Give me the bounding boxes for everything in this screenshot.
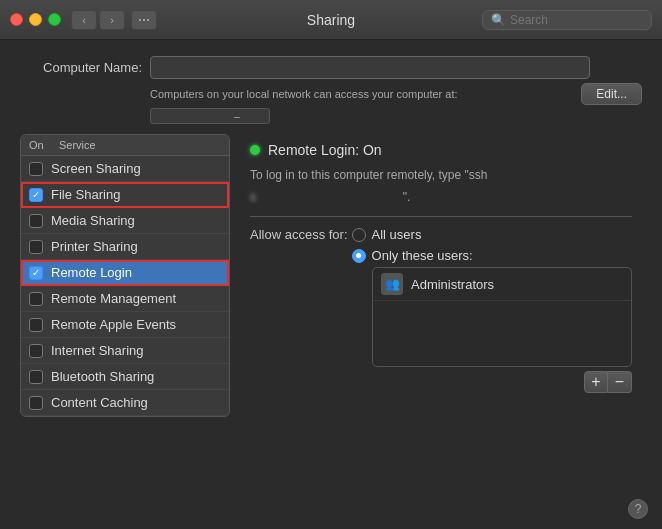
service-name-6: Remote Apple Events	[51, 317, 176, 332]
computer-name-input[interactable]	[150, 56, 590, 79]
service-checkbox-6[interactable]	[29, 318, 43, 332]
service-item-printer-sharing[interactable]: Printer Sharing	[21, 234, 229, 260]
service-panel: On Service Screen Sharing✓File SharingMe…	[20, 134, 230, 417]
radio-only-these-label: Only these users:	[372, 248, 473, 263]
service-item-remote-login[interactable]: ✓Remote Login	[21, 260, 229, 286]
service-item-content-caching[interactable]: Content Caching	[21, 390, 229, 416]
service-name-7: Internet Sharing	[51, 343, 144, 358]
service-name-1: File Sharing	[51, 187, 120, 202]
service-name-4: Remote Login	[51, 265, 132, 280]
local-network-row: Computers on your local network can acce…	[150, 83, 642, 124]
search-box: 🔍	[482, 10, 652, 30]
service-checkbox-4[interactable]: ✓	[29, 266, 43, 280]
service-item-remote-management[interactable]: Remote Management	[21, 286, 229, 312]
users-list: 👥 Administrators	[372, 267, 632, 367]
grid-button[interactable]: ⋯	[131, 10, 157, 30]
service-name-9: Content Caching	[51, 395, 148, 410]
user-group-icon: 👥	[381, 273, 403, 295]
col-service-label: Service	[59, 139, 96, 151]
forward-button[interactable]: ›	[99, 10, 125, 30]
radio-only-these[interactable]: Only these users:	[352, 248, 473, 263]
service-item-screen-sharing[interactable]: Screen Sharing	[21, 156, 229, 182]
computer-name-row: Computer Name:	[20, 56, 642, 79]
col-on-label: On	[29, 139, 59, 151]
help-button[interactable]: ?	[628, 499, 648, 519]
info-text-line2: s ".	[250, 188, 632, 206]
titlebar: ‹ › ⋯ Sharing 🔍	[0, 0, 662, 40]
info-text-line1: To log in to this computer remotely, typ…	[250, 166, 632, 184]
service-items-container: Screen Sharing✓File SharingMedia Sharing…	[21, 156, 229, 416]
status-row: Remote Login: On	[250, 142, 632, 158]
radio-all-users-circle	[352, 228, 366, 242]
service-item-media-sharing[interactable]: Media Sharing	[21, 208, 229, 234]
service-list-header: On Service	[21, 135, 229, 156]
computer-name-label: Computer Name:	[20, 60, 150, 75]
search-input[interactable]	[510, 13, 650, 27]
service-checkbox-3[interactable]	[29, 240, 43, 254]
back-button[interactable]: ‹	[71, 10, 97, 30]
service-checkbox-0[interactable]	[29, 162, 43, 176]
add-user-button[interactable]: +	[584, 371, 608, 393]
service-item-bluetooth-sharing[interactable]: Bluetooth Sharing	[21, 364, 229, 390]
radio-only-these-circle	[352, 249, 366, 263]
service-checkbox-5[interactable]	[29, 292, 43, 306]
radio-all-users[interactable]: All users	[352, 227, 473, 242]
service-name-3: Printer Sharing	[51, 239, 138, 254]
edit-button[interactable]: Edit...	[581, 83, 642, 105]
radio-group: All users Only these users:	[352, 227, 473, 263]
main-content: Computer Name: Computers on your local n…	[0, 40, 662, 427]
status-text: Remote Login: On	[268, 142, 382, 158]
local-network-text: Computers on your local network can acce…	[150, 88, 458, 100]
user-item-administrators[interactable]: 👥 Administrators	[373, 268, 631, 301]
bottom-bar: ?	[628, 499, 648, 519]
service-checkbox-9[interactable]	[29, 396, 43, 410]
divider	[250, 216, 632, 217]
service-name-8: Bluetooth Sharing	[51, 369, 154, 384]
access-for-row: Allow access for: All users Only these u…	[250, 227, 632, 263]
service-name-0: Screen Sharing	[51, 161, 141, 176]
service-name-2: Media Sharing	[51, 213, 135, 228]
maximize-button[interactable]	[48, 13, 61, 26]
service-checkbox-2[interactable]	[29, 214, 43, 228]
detail-panel: Remote Login: On To log in to this compu…	[240, 134, 642, 417]
user-name-administrators: Administrators	[411, 277, 494, 292]
window-title: Sharing	[307, 12, 355, 28]
nav-buttons: ‹ ›	[71, 10, 125, 30]
minimize-button[interactable]	[29, 13, 42, 26]
close-button[interactable]	[10, 13, 23, 26]
remove-user-button[interactable]: −	[608, 371, 632, 393]
traffic-lights	[10, 13, 61, 26]
service-item-file-sharing[interactable]: ✓File Sharing	[21, 182, 229, 208]
local-address: –	[150, 108, 270, 124]
service-checkbox-1[interactable]: ✓	[29, 188, 43, 202]
service-checkbox-8[interactable]	[29, 370, 43, 384]
search-icon: 🔍	[491, 13, 506, 27]
service-name-5: Remote Management	[51, 291, 176, 306]
two-column-layout: On Service Screen Sharing✓File SharingMe…	[20, 134, 642, 417]
status-indicator	[250, 145, 260, 155]
list-actions: + −	[584, 371, 632, 393]
radio-all-users-label: All users	[372, 227, 422, 242]
service-checkbox-7[interactable]	[29, 344, 43, 358]
service-item-internet-sharing[interactable]: Internet Sharing	[21, 338, 229, 364]
access-label: Allow access for:	[250, 227, 348, 242]
service-item-remote-apple-events[interactable]: Remote Apple Events	[21, 312, 229, 338]
